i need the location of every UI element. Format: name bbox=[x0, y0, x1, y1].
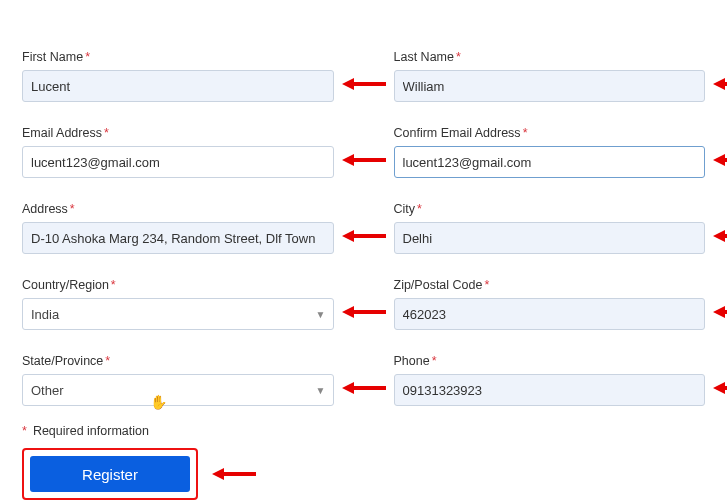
required-asterisk: * bbox=[523, 126, 528, 140]
label-city: City* bbox=[394, 202, 706, 216]
required-asterisk: * bbox=[111, 278, 116, 292]
annotation-arrow bbox=[713, 381, 727, 395]
select-wrap-country: India ▼ bbox=[22, 298, 334, 330]
register-button[interactable]: Register bbox=[30, 456, 190, 492]
annotation-arrow bbox=[342, 77, 386, 91]
select-state[interactable]: Other bbox=[22, 374, 334, 406]
label-address: Address* bbox=[22, 202, 334, 216]
input-zip[interactable] bbox=[394, 298, 706, 330]
label-text: Confirm Email Address bbox=[394, 126, 521, 140]
required-note: *Required information bbox=[22, 424, 705, 438]
input-address[interactable] bbox=[22, 222, 334, 254]
annotation-arrow bbox=[713, 229, 727, 243]
field-email: Email Address* bbox=[22, 126, 334, 178]
label-text: Address bbox=[22, 202, 68, 216]
field-last-name: Last Name* bbox=[394, 50, 706, 102]
select-country[interactable]: India bbox=[22, 298, 334, 330]
required-asterisk: * bbox=[70, 202, 75, 216]
label-text: Email Address bbox=[22, 126, 102, 140]
label-phone: Phone* bbox=[394, 354, 706, 368]
field-first-name: First Name* bbox=[22, 50, 334, 102]
label-text: State/Province bbox=[22, 354, 103, 368]
field-zip: Zip/Postal Code* bbox=[394, 278, 706, 330]
field-country: Country/Region* India ▼ bbox=[22, 278, 334, 330]
label-country: Country/Region* bbox=[22, 278, 334, 292]
input-confirm-email[interactable] bbox=[394, 146, 706, 178]
annotation-arrow bbox=[342, 381, 386, 395]
input-email[interactable] bbox=[22, 146, 334, 178]
input-city[interactable] bbox=[394, 222, 706, 254]
annotation-arrow bbox=[713, 305, 727, 319]
annotation-arrow bbox=[713, 153, 727, 167]
label-text: Zip/Postal Code bbox=[394, 278, 483, 292]
required-asterisk: * bbox=[417, 202, 422, 216]
annotation-arrow bbox=[342, 305, 386, 319]
select-wrap-state: Other ▼ bbox=[22, 374, 334, 406]
label-text: Country/Region bbox=[22, 278, 109, 292]
annotation-arrow bbox=[212, 467, 256, 481]
label-text: Last Name bbox=[394, 50, 454, 64]
label-text: First Name bbox=[22, 50, 83, 64]
input-phone[interactable] bbox=[394, 374, 706, 406]
field-city: City* bbox=[394, 202, 706, 254]
required-asterisk: * bbox=[22, 424, 27, 438]
label-email: Email Address* bbox=[22, 126, 334, 140]
label-text: Phone bbox=[394, 354, 430, 368]
annotation-arrow bbox=[713, 77, 727, 91]
label-state: State/Province* bbox=[22, 354, 334, 368]
field-confirm-email: Confirm Email Address* bbox=[394, 126, 706, 178]
required-asterisk: * bbox=[456, 50, 461, 64]
required-asterisk: * bbox=[85, 50, 90, 64]
label-last-name: Last Name* bbox=[394, 50, 706, 64]
label-confirm-email: Confirm Email Address* bbox=[394, 126, 706, 140]
label-first-name: First Name* bbox=[22, 50, 334, 64]
register-row: Register bbox=[22, 448, 705, 500]
annotation-arrow bbox=[342, 153, 386, 167]
field-address: Address* bbox=[22, 202, 334, 254]
field-phone: Phone* bbox=[394, 354, 706, 406]
required-asterisk: * bbox=[104, 126, 109, 140]
field-state: State/Province* Other ▼ ✋ bbox=[22, 354, 334, 406]
required-asterisk: * bbox=[432, 354, 437, 368]
registration-form: First Name* Last Name* Email Address* Co… bbox=[22, 50, 705, 406]
input-last-name[interactable] bbox=[394, 70, 706, 102]
required-note-text: Required information bbox=[33, 424, 149, 438]
required-asterisk: * bbox=[484, 278, 489, 292]
register-highlight: Register bbox=[22, 448, 198, 500]
label-text: City bbox=[394, 202, 416, 216]
annotation-arrow bbox=[342, 229, 386, 243]
label-zip: Zip/Postal Code* bbox=[394, 278, 706, 292]
input-first-name[interactable] bbox=[22, 70, 334, 102]
required-asterisk: * bbox=[105, 354, 110, 368]
